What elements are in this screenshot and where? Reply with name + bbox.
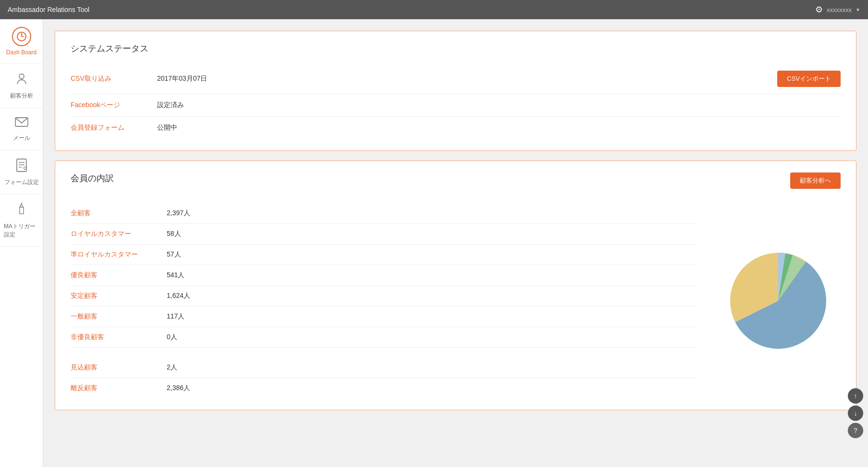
main-content: システムステータス CSV取り込み 2017年03月07日 CSVインポート F… (43, 19, 868, 467)
pie-chart (725, 248, 831, 354)
app-title: Ambassador Relations Tool (8, 6, 89, 13)
topbar: Ambassador Relations Tool ⚙ xxxxxxxx ▼ (0, 0, 868, 19)
sidebar-label-form-settings: フォーム設定 (4, 178, 39, 186)
member-row-all: 全顧客 2,397人 (71, 203, 697, 224)
semi-royal-value: 57人 (167, 250, 181, 259)
topbar-right: ⚙ xxxxxxxx ▼ (815, 4, 860, 15)
member-spacer (71, 348, 697, 357)
sidebar-label-mail: メール (13, 134, 30, 142)
royal-value: 58人 (167, 230, 181, 238)
member-row-churned: 離反顧客 2,386人 (71, 378, 697, 398)
layout: Dash Board 顧客分析 メール (0, 19, 868, 467)
member-row-non-good: 非優良顧客 0人 (71, 327, 697, 348)
royal-label: ロイヤルカスタマー (71, 230, 167, 238)
non-good-value: 0人 (167, 333, 177, 342)
general-customers-label: 一般顧客 (71, 312, 167, 321)
member-table: 全顧客 2,397人 ロイヤルカスタマー 58人 準ロイヤルカスタマー 57人 … (71, 203, 697, 398)
csv-value: 2017年03月07日 (157, 74, 777, 83)
system-status-card: システムステータス CSV取り込み 2017年03月07日 CSVインポート F… (55, 31, 856, 151)
member-row-stable: 安定顧客 1,624人 (71, 286, 697, 307)
member-row-semi-royal: 準ロイヤルカスタマー 57人 (71, 245, 697, 265)
facebook-value: 設定済み (157, 101, 841, 110)
stable-customers-label: 安定顧客 (71, 292, 167, 300)
member-breakdown-card: 会員の内訳 顧客分析へ 全顧客 2,397人 ロイヤルカスタマー 58人 準ロイ… (55, 160, 856, 410)
member-breakdown-title: 会員の内訳 (71, 172, 114, 184)
user-label: xxxxxxxx (827, 6, 852, 13)
help-button[interactable]: ? (848, 423, 863, 438)
sidebar-label-dashboard: Dash Board (6, 49, 37, 56)
scroll-up-button[interactable]: ↑ (848, 388, 863, 404)
gear-icon[interactable]: ⚙ (815, 4, 823, 15)
mail-icon (14, 116, 29, 131)
sidebar-label-customer-analysis: 顧客分析 (10, 92, 33, 100)
sidebar-item-customer-analysis[interactable]: 顧客分析 (0, 64, 43, 108)
general-customers-value: 117人 (167, 312, 184, 321)
all-customers-value: 2,397人 (167, 209, 190, 218)
member-row-prospect: 見込顧客 2人 (71, 357, 697, 378)
status-row-csv: CSV取り込み 2017年03月07日 CSVインポート (71, 64, 841, 94)
sidebar-label-ma-trigger: MAトリガー設定 (4, 222, 39, 239)
status-row-form: 会員登録フォーム 公開中 (71, 117, 841, 139)
good-customers-label: 優良顧客 (71, 271, 167, 280)
svg-point-3 (19, 74, 24, 79)
form-label: 会員登録フォーム (71, 123, 157, 132)
scroll-down-button[interactable]: ↓ (848, 406, 863, 421)
pie-chart-container (716, 203, 841, 398)
sidebar-item-dashboard[interactable]: Dash Board (0, 19, 43, 64)
member-row-general: 一般顧客 117人 (71, 307, 697, 327)
member-header: 会員の内訳 顧客分析へ (71, 172, 841, 194)
csv-label: CSV取り込み (71, 74, 157, 83)
csv-import-button[interactable]: CSVインポート (777, 71, 841, 87)
sidebar: Dash Board 顧客分析 メール (0, 19, 43, 467)
non-good-label: 非優良顧客 (71, 333, 167, 342)
form-value: 公開中 (157, 123, 841, 132)
prospect-value: 2人 (167, 363, 177, 372)
system-status-title: システムステータス (71, 43, 841, 54)
member-row-good: 優良顧客 541人 (71, 265, 697, 286)
churned-label: 離反顧客 (71, 384, 167, 393)
dashboard-icon (12, 27, 31, 46)
churned-value: 2,386人 (167, 384, 190, 393)
sidebar-item-form-settings[interactable]: フォーム設定 (0, 150, 43, 195)
member-row-royal: ロイヤルカスタマー 58人 (71, 224, 697, 245)
stable-customers-value: 1,624人 (167, 292, 190, 300)
prospect-label: 見込顧客 (71, 363, 167, 372)
sidebar-item-ma-trigger[interactable]: MAトリガー設定 (0, 195, 43, 247)
member-content: 全顧客 2,397人 ロイヤルカスタマー 58人 準ロイヤルカスタマー 57人 … (71, 203, 841, 398)
all-customers-label: 全顧客 (71, 209, 167, 218)
customer-analysis-icon (14, 72, 29, 89)
ma-trigger-icon (15, 202, 28, 220)
form-settings-icon (15, 158, 28, 175)
semi-royal-label: 準ロイヤルカスタマー (71, 250, 167, 259)
float-buttons: ↑ ↓ ? (848, 388, 863, 438)
facebook-label: Facebookページ (71, 101, 157, 110)
svg-rect-9 (20, 207, 24, 214)
analyze-button[interactable]: 顧客分析へ (790, 172, 841, 189)
good-customers-value: 541人 (167, 271, 184, 280)
status-row-facebook: Facebookページ 設定済み (71, 94, 841, 117)
sidebar-item-mail[interactable]: メール (0, 108, 43, 150)
user-dropdown-arrow[interactable]: ▼ (856, 7, 860, 12)
